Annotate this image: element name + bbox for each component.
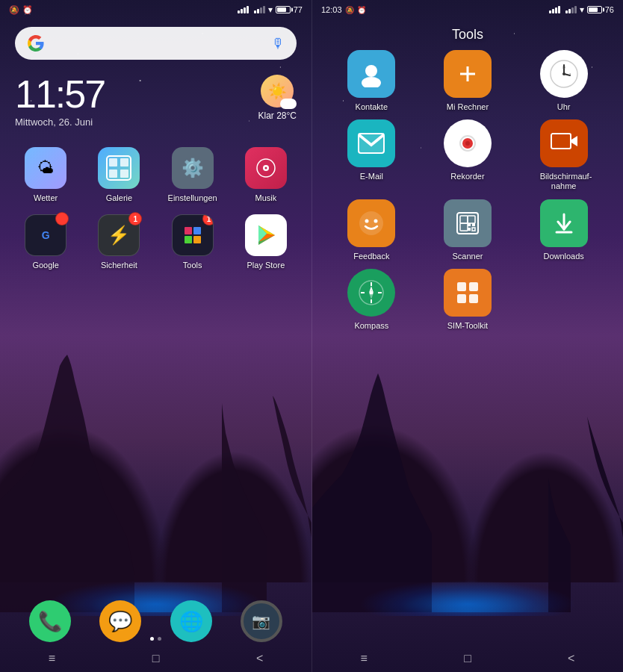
downloads-icon	[540, 199, 588, 247]
feedback-svg	[357, 209, 385, 237]
musik-label: Musik	[255, 193, 277, 202]
nav-back-2[interactable]: <	[568, 652, 574, 665]
search-bar[interactable]: 🎙	[15, 27, 297, 60]
nav-home-2[interactable]: □	[464, 652, 471, 665]
rekorder-svg	[454, 130, 481, 157]
folder-grid: Kontakte Mi Rechner	[320, 50, 616, 331]
uhr-label: Uhr	[557, 102, 571, 112]
app-einstellungen[interactable]: ⚙️ Einstellungen	[162, 147, 223, 202]
app-scanner[interactable]: Scanner	[424, 199, 512, 261]
svg-rect-49	[469, 282, 478, 291]
tools-icon: 1	[172, 214, 214, 256]
nav-back-1[interactable]: <	[256, 652, 263, 665]
status-right-2: ▾ 76	[549, 4, 614, 15]
alarm-icon: ⏰	[22, 5, 33, 15]
svg-point-47	[370, 290, 374, 294]
status-left-1: 🔕 ⏰	[9, 5, 33, 15]
svg-rect-24	[551, 134, 571, 149]
svg-text:12: 12	[562, 66, 565, 69]
sicherheit-icon: ⚡ 1	[98, 214, 140, 256]
playstore-label: Play Store	[247, 261, 285, 270]
app-sicherheit[interactable]: ⚡ 1 Sicherheit	[88, 214, 149, 270]
app-tools[interactable]: 1 Tools	[162, 214, 223, 270]
app-bildschirm[interactable]: Bildschirmauf-nahme	[519, 119, 608, 191]
nav-bar-1: ≡ □ <	[0, 645, 312, 672]
kontakte-label: Kontakte	[356, 102, 388, 112]
dock-messages[interactable]: 💬	[99, 600, 141, 642]
einstellungen-icon: ⚙️	[172, 147, 214, 189]
camera-icon: 📷	[252, 612, 270, 630]
app-wetter[interactable]: 🌤 Wetter	[15, 147, 76, 202]
mi-rechner-icon	[444, 50, 492, 98]
einstellungen-label: Einstellungen	[168, 193, 217, 202]
screen1: 🔕 ⏰ ▾ 77	[0, 0, 312, 672]
app-kontakte[interactable]: Kontakte	[327, 50, 416, 112]
dot-2	[158, 637, 161, 641]
email-svg	[357, 132, 385, 155]
mic-icon[interactable]: 🎙	[271, 36, 285, 52]
status-bar-2: 12:03 🔕 ⏰ ▾ 76	[312, 0, 623, 19]
svg-rect-35	[472, 223, 475, 226]
clock-block: 11:57 Mittwoch, 26. Juni	[15, 75, 105, 128]
app-playstore[interactable]: Play Store	[235, 214, 297, 270]
mi-rechner-label: Mi Rechner	[447, 102, 489, 112]
dock: 📞 💬 🌐 📷	[0, 600, 312, 642]
svg-text:3: 3	[569, 72, 571, 76]
app-uhr[interactable]: 12 3 Uhr	[519, 50, 608, 112]
app-kompass[interactable]: Kompass	[327, 269, 416, 331]
svg-rect-50	[457, 294, 466, 303]
alarm-icon-2: ⏰	[357, 6, 366, 14]
svg-point-23	[465, 141, 470, 146]
playstore-svg	[254, 223, 278, 247]
dock-phone[interactable]: 📞	[29, 600, 71, 642]
gallery-svg	[105, 155, 132, 181]
nav-home-1[interactable]: □	[152, 652, 160, 665]
folder-title: Tools	[320, 27, 616, 43]
app-mi-rechner[interactable]: Mi Rechner	[424, 50, 512, 112]
sim-toolkit-label: SIM-Toolkit	[447, 321, 488, 331]
weather-icon: ☀️	[261, 75, 294, 108]
app-musik[interactable]: Musik	[235, 147, 297, 202]
email-label: E-Mail	[360, 172, 383, 181]
google-label: Google	[32, 261, 58, 270]
page-dots-1	[0, 637, 312, 641]
wetter-label: Wetter	[34, 193, 58, 202]
dock-camera[interactable]: 📷	[241, 600, 282, 642]
status-right-1: ▾ 77	[238, 4, 303, 15]
signal-bars-2	[254, 6, 265, 13]
svg-rect-32	[468, 216, 475, 223]
app-rekorder[interactable]: Rekorder	[424, 119, 512, 191]
uhr-svg: 12 3	[549, 59, 579, 89]
app-galerie[interactable]: Galerie	[88, 147, 149, 202]
weather-block[interactable]: ☀️ Klar 28°C	[258, 75, 297, 121]
svg-marker-25	[571, 136, 577, 146]
svg-point-28	[365, 219, 369, 223]
weather-cloud	[280, 99, 297, 109]
sim-svg	[454, 279, 481, 306]
dock-browser[interactable]: 🌐	[170, 600, 212, 642]
svg-rect-1	[109, 158, 117, 167]
battery-percent-1: 77	[294, 5, 303, 14]
galerie-label: Galerie	[106, 193, 132, 202]
svg-rect-31	[460, 216, 468, 223]
app-downloads[interactable]: Downloads	[519, 199, 608, 261]
tools-folder: Tools Kontakte	[312, 19, 623, 331]
signal-bars-3	[549, 6, 560, 13]
clock-date: Mittwoch, 26. Juni	[15, 116, 105, 128]
phone-icon: 📞	[38, 610, 62, 633]
nav-menu-1[interactable]: ≡	[49, 652, 55, 665]
status-bar-1: 🔕 ⏰ ▾ 77	[0, 0, 312, 19]
email-icon	[347, 119, 395, 167]
app-google[interactable]: G Google	[15, 214, 76, 270]
weather-label: Klar 28°C	[258, 111, 297, 121]
rekorder-label: Rekorder	[450, 172, 484, 181]
svg-rect-2	[120, 158, 128, 167]
app-sim-toolkit[interactable]: SIM-Toolkit	[424, 269, 512, 331]
downloads-svg	[551, 210, 577, 237]
kontakte-svg	[358, 60, 385, 87]
app-feedback[interactable]: Feedback	[327, 199, 416, 261]
app-email[interactable]: E-Mail	[327, 119, 416, 191]
kompass-label: Kompass	[354, 321, 388, 331]
clock-time: 11:57	[15, 75, 105, 113]
nav-menu-2[interactable]: ≡	[361, 652, 368, 665]
